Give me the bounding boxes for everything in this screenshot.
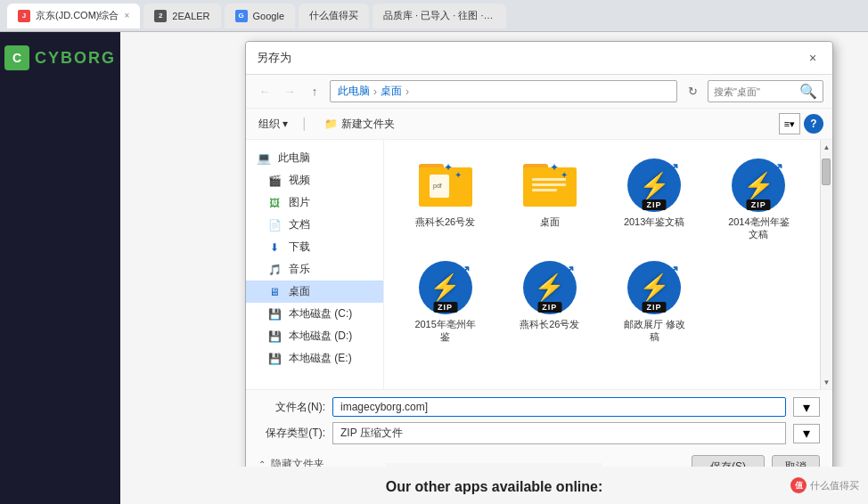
zip-badge: ZIP <box>643 199 667 210</box>
tab-close-icon[interactable]: × <box>125 11 130 20</box>
tab-label: 2EALER <box>172 11 209 21</box>
scroll-down-arrow[interactable]: ▼ <box>821 375 832 389</box>
view-controls: ≡▾ ? <box>779 113 823 134</box>
folder-icon-container-2: ✦ ✦ <box>523 159 577 212</box>
svg-text:✦: ✦ <box>550 161 559 174</box>
new-folder-button[interactable]: 📁 新建文件夹 <box>317 115 402 134</box>
file-label-2014: 2014亳州年鉴文稿 <box>727 215 790 241</box>
sidenav-label-computer: 此电脑 <box>278 150 310 166</box>
file-label-youzheng: 邮政展厅 修改稿 <box>623 318 685 344</box>
nav-up-button[interactable]: ↑ <box>305 82 324 102</box>
tab-google[interactable]: G Google <box>225 4 295 28</box>
sidenav-item-video[interactable]: 🎬 视频 <box>246 169 383 191</box>
dialog-close-button[interactable]: × <box>804 49 822 67</box>
browser-content: 另存为 × ← → ↑ 此电脑 › 桌面 › ↻ 🔍 <box>120 32 868 504</box>
browser-area: C CYBORG 另存为 × ← → ↑ 此电脑 › 桌面 › <box>0 32 868 504</box>
tab-more[interactable]: 品质库 · 已导入 · 往图 · 百度一下 <box>373 4 506 28</box>
tab-smzdb[interactable]: 什么值得买 <box>299 4 369 28</box>
dialog-scrollbar[interactable]: ▲ ▼ <box>820 140 832 389</box>
tab-label: 品质库 · 已导入 · 往图 · 百度一下 <box>383 9 495 22</box>
toolbar-separator: | <box>302 116 306 132</box>
watermark-icon: 值 <box>790 477 807 493</box>
tab-favicon: J <box>18 10 30 22</box>
svg-text:✦: ✦ <box>561 170 568 180</box>
tab-label: 什么值得买 <box>309 9 358 22</box>
organize-dropdown-icon: ▾ <box>283 118 288 130</box>
filename-dropdown[interactable]: ▾ <box>793 397 820 417</box>
tab-label: Google <box>253 11 284 21</box>
zip-badge-2014: ZIP <box>747 199 771 210</box>
sidenav-item-drive-e[interactable]: 💾 本地磁盘 (E:) <box>246 347 383 370</box>
breadcrumb-item-desktop[interactable]: 桌面 <box>381 84 402 99</box>
scroll-up-arrow[interactable]: ▲ <box>821 140 832 154</box>
filename-row: 文件名(N): ▾ <box>258 397 820 417</box>
tab-favicon: 2 <box>154 10 167 22</box>
drive-d-icon: 💾 <box>267 329 282 344</box>
breadcrumb: 此电脑 › 桌面 › <box>330 80 677 102</box>
drive-c-icon: 💾 <box>267 307 282 321</box>
tab-favicon: G <box>235 10 248 22</box>
sidenav-item-drive-d[interactable]: 💾 本地磁盘 (D:) <box>246 325 383 347</box>
sidenav-item-drive-c[interactable]: 💾 本地磁盘 (C:) <box>246 303 383 325</box>
nav-forward-button[interactable]: → <box>280 82 299 102</box>
cyborg-icon: C <box>4 45 29 70</box>
filename-input[interactable] <box>332 397 786 417</box>
file-item-yankezhan26-zip[interactable]: ⚡ ZIP ↗ 燕科长26号发 <box>502 256 597 349</box>
search-input[interactable] <box>714 86 796 97</box>
zip-icon-container-yk: ⚡ ZIP ↗ <box>523 261 577 314</box>
new-folder-icon: 📁 <box>324 118 338 130</box>
sidenav-item-image[interactable]: 🖼 图片 <box>246 191 383 214</box>
save-as-dialog: 另存为 × ← → ↑ 此电脑 › 桌面 › ↻ 🔍 <box>245 41 833 487</box>
video-icon: 🎬 <box>267 174 282 188</box>
watermark: 值 什么值得买 <box>790 477 859 493</box>
file-item-desktop[interactable]: ✦ ✦ 桌面 <box>502 153 597 247</box>
filetype-label: 保存类型(T): <box>258 426 325 441</box>
scroll-track <box>821 154 832 375</box>
file-label-2013: 2013年鉴文稿 <box>624 215 684 228</box>
cyborg-sidebar: C CYBORG <box>0 32 120 504</box>
help-button[interactable]: ? <box>804 114 823 134</box>
sidenav-label-drive-e: 本地磁盘 (E:) <box>289 351 352 366</box>
sidenav-item-music[interactable]: 🎵 音乐 <box>246 258 383 280</box>
sidenav-label-download: 下载 <box>289 240 310 255</box>
sidenav-label-image: 图片 <box>289 195 310 210</box>
file-item-yankezhan26[interactable]: pdf ✦ ✦ 燕科长26号发 <box>397 153 493 247</box>
tab-jingdong[interactable]: J 京东(JD.COM)综合 × <box>7 4 140 28</box>
dialog-sidenav: 💻 此电脑 🎬 视频 🖼 图片 📄 文档 <box>246 140 384 389</box>
file-item-2013[interactable]: ⚡ ZIP ↗ 2013年鉴文稿 <box>607 153 702 247</box>
file-label-yankezhan26: 燕科长26号发 <box>415 215 475 228</box>
view-icon-button[interactable]: ≡▾ <box>779 113 800 134</box>
file-item-youzheng[interactable]: ⚡ ZIP ↗ 邮政展厅 修改稿 <box>607 256 702 349</box>
file-grid: pdf ✦ ✦ 燕科长26号发 <box>393 149 811 353</box>
filetype-value: ZIP 压缩文件 <box>332 422 786 444</box>
organize-button[interactable]: 组织 ▾ <box>255 115 291 134</box>
scroll-thumb[interactable] <box>822 159 831 185</box>
zip-arrow-icon-2014: ↗ <box>773 160 783 175</box>
music-icon: 🎵 <box>267 263 282 277</box>
image-icon: 🖼 <box>267 196 282 210</box>
bottom-section: Our other apps available online: <box>120 467 868 504</box>
file-item-2015[interactable]: ⚡ ZIP ↗ 2015年亳州年鉴 <box>397 256 493 349</box>
sidenav-item-computer[interactable]: 💻 此电脑 <box>246 147 383 169</box>
sidenav-item-download[interactable]: ⬇ 下载 <box>246 236 383 258</box>
svg-rect-11 <box>532 183 566 186</box>
tab-2ealer[interactable]: 2 2EALER <box>143 4 220 28</box>
cyborg-title: CYBORG <box>35 49 116 68</box>
search-box[interactable]: 🔍 <box>708 80 823 102</box>
nav-back-button[interactable]: ← <box>255 82 274 102</box>
bottom-text: Our other apps available online: <box>386 463 603 503</box>
filetype-dropdown[interactable]: ▾ <box>793 424 820 443</box>
zip-arrow-icon-yz: ↗ <box>668 263 679 277</box>
sidenav-item-desktop[interactable]: 🖥 桌面 <box>246 280 383 303</box>
zip-icon-container-2014: ⚡ ZIP ↗ <box>732 159 785 212</box>
sidenav-label-drive-c: 本地磁盘 (C:) <box>289 306 352 321</box>
file-item-2014[interactable]: ⚡ ZIP ↗ 2014亳州年鉴文稿 <box>711 153 807 247</box>
desktop-icon: 🖥 <box>267 285 282 299</box>
watermark-text: 什么值得买 <box>810 479 859 492</box>
nav-refresh-button[interactable]: ↻ <box>683 82 702 102</box>
zip-badge-yk: ZIP <box>537 302 561 313</box>
svg-text:pdf: pdf <box>433 183 442 190</box>
breadcrumb-item-computer[interactable]: 此电脑 <box>338 84 370 99</box>
lightning-icon-2015: ⚡ <box>430 272 461 302</box>
sidenav-item-document[interactable]: 📄 文档 <box>246 214 383 236</box>
